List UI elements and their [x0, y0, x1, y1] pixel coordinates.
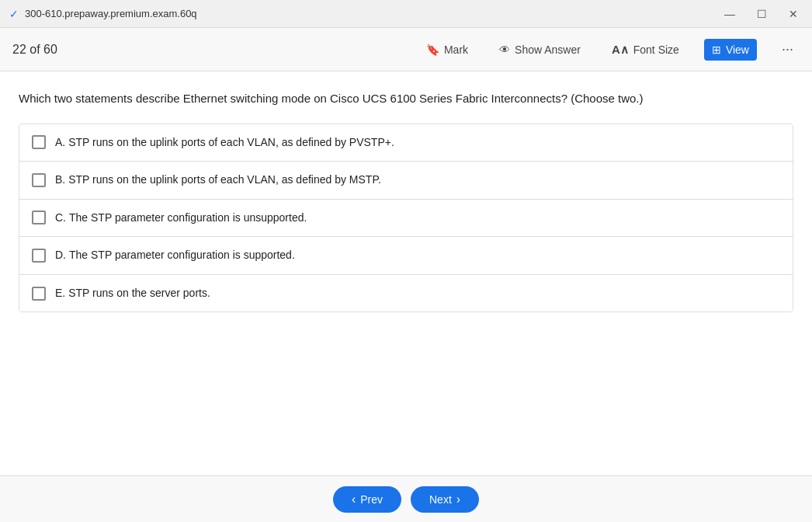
more-button[interactable]: ··· [776, 38, 800, 61]
option-d-checkbox[interactable] [32, 249, 46, 263]
option-c-text: The STP parameter configuration is unsup… [69, 211, 307, 224]
option-b-checkbox[interactable] [32, 173, 46, 187]
view-icon: ⊞ [712, 44, 721, 56]
title-bar: ✓ 300-610.prepaway.premium.exam.60q — ☐ … [0, 0, 812, 28]
minimize-button[interactable]: — [720, 6, 740, 22]
main-content: Which two statements describe Ethernet s… [0, 71, 812, 491]
maximize-button[interactable]: ☐ [752, 6, 772, 22]
option-a-checkbox[interactable] [32, 135, 46, 149]
view-button[interactable]: ⊞ View [704, 39, 757, 61]
option-b-row[interactable]: B.STP runs on the uplink ports of each V… [19, 162, 793, 200]
option-c-row[interactable]: C.The STP parameter configuration is uns… [19, 200, 793, 238]
option-d-letter: D. [55, 249, 66, 261]
option-a-text: STP runs on the uplink ports of each VLA… [68, 136, 394, 148]
show-answer-label: Show Answer [515, 44, 581, 56]
eye-icon: 👁 [499, 44, 510, 56]
app-icon: ✓ [9, 8, 19, 20]
option-b-label: B.STP runs on the uplink ports of each V… [55, 172, 381, 188]
bookmark-icon: 🔖 [426, 44, 439, 56]
option-d-label: D.The STP parameter configuration is sup… [55, 248, 295, 263]
option-c-checkbox[interactable] [32, 211, 46, 224]
view-label: View [726, 44, 749, 56]
toolbar: 22 of 60 🔖 Mark 👁 Show Answer A∧ Font Si… [0, 28, 812, 71]
close-button[interactable]: ✕ [784, 6, 803, 22]
option-e-text: STP runs on the server ports. [68, 287, 210, 299]
option-a-letter: A. [55, 136, 65, 148]
option-b-letter: B. [55, 173, 65, 186]
mark-label: Mark [444, 44, 468, 56]
option-e-checkbox[interactable] [32, 287, 46, 301]
option-d-row[interactable]: D.The STP parameter configuration is sup… [19, 237, 793, 275]
question-counter: 22 of 60 [12, 43, 75, 57]
font-size-label: Font Size [633, 44, 679, 56]
options-container: A.STP runs on the uplink ports of each V… [19, 124, 793, 313]
option-c-letter: C. [55, 211, 66, 224]
font-icon: A∧ [612, 43, 629, 57]
mark-button[interactable]: 🔖 Mark [420, 40, 474, 59]
bottom-navigation: ‹ Prev Next › [0, 475, 812, 491]
option-d-text: The STP parameter configuration is suppo… [69, 249, 295, 261]
option-e-label: E.STP runs on the server ports. [55, 286, 210, 301]
font-size-button[interactable]: A∧ Font Size [606, 40, 685, 60]
option-c-label: C.The STP parameter configuration is uns… [55, 211, 307, 226]
option-e-row[interactable]: E.STP runs on the server ports. [19, 275, 793, 312]
prev-button[interactable]: ‹ Prev [333, 486, 401, 492]
title-bar-controls: — ☐ ✕ [720, 6, 803, 22]
show-answer-button[interactable]: 👁 Show Answer [493, 40, 587, 59]
option-a-label: A.STP runs on the uplink ports of each V… [55, 135, 394, 151]
question-text: Which two statements describe Ethernet s… [19, 90, 793, 108]
option-e-letter: E. [55, 287, 65, 299]
title-bar-text: 300-610.prepaway.premium.exam.60q [25, 8, 197, 19]
next-button[interactable]: Next › [411, 486, 479, 492]
option-b-text: STP runs on the uplink ports of each VLA… [68, 173, 381, 186]
option-a-row[interactable]: A.STP runs on the uplink ports of each V… [19, 124, 793, 162]
title-bar-left: ✓ 300-610.prepaway.premium.exam.60q [9, 8, 197, 20]
